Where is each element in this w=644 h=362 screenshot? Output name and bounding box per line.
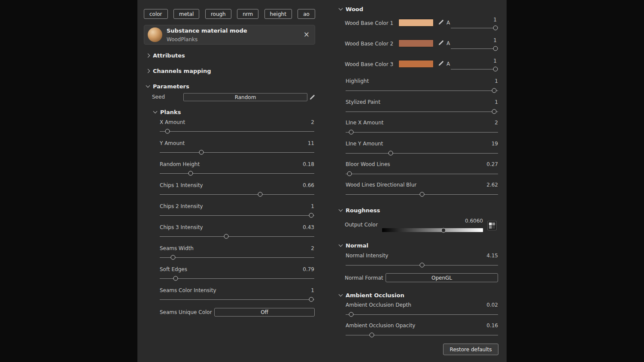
slider-knob[interactable] (370, 333, 374, 338)
slider-track[interactable] (346, 194, 498, 195)
slider-value: 0.02 (486, 302, 498, 308)
slider-knob[interactable] (258, 192, 263, 197)
slider-track[interactable] (160, 278, 314, 279)
slider-knob[interactable] (347, 172, 352, 176)
slider-knob[interactable] (493, 46, 498, 51)
material-card[interactable]: Substance material mode WoodPlanks × (144, 25, 315, 45)
color-picker-icon[interactable] (438, 39, 444, 46)
restore-defaults-button[interactable]: Restore defaults (443, 344, 498, 355)
slider-knob[interactable] (188, 171, 193, 176)
seed-input[interactable] (183, 93, 307, 101)
slider-track[interactable] (160, 299, 314, 300)
slider-track[interactable] (346, 174, 498, 174)
slider-track[interactable] (346, 335, 498, 335)
material-panel: color metal rough nrm height ao Substanc… (137, 0, 507, 362)
chevron-down-icon (153, 109, 158, 114)
color-swatch[interactable] (398, 39, 434, 47)
slider-knob[interactable] (199, 150, 204, 155)
color-label: Wood Base Color 1 (345, 20, 393, 26)
wood-base-color-1-row: Wood Base Color 1 A 1 (345, 17, 497, 38)
section-attributes[interactable]: Attributes (146, 51, 185, 59)
slider-knob[interactable] (493, 67, 498, 72)
slider-knob[interactable] (309, 213, 313, 218)
chevron-down-icon (339, 293, 343, 297)
color-picker-icon[interactable] (438, 60, 444, 66)
channel-button-rough[interactable]: rough (205, 9, 231, 19)
slider-track[interactable] (160, 236, 314, 237)
color-swatch[interactable] (398, 60, 434, 68)
wood-base-color-2-row: Wood Base Color 2 A 1 (345, 38, 497, 58)
slider-line-x-amount: LIne X Amount 2 (346, 120, 498, 139)
slider-knob[interactable] (165, 129, 170, 134)
slider-track[interactable] (346, 153, 498, 154)
section-roughness[interactable]: Roughness (339, 206, 380, 214)
section-normal[interactable]: Normal (339, 241, 368, 249)
slider-knob[interactable] (349, 312, 354, 317)
slider-value: 0.27 (486, 161, 498, 167)
slider-value: 1 (311, 287, 314, 293)
slider-knob[interactable] (493, 26, 498, 30)
left-column: color metal rough nrm height ao Substanc… (144, 0, 316, 362)
slider-track[interactable] (160, 131, 314, 132)
section-parameters[interactable]: Parameters (146, 82, 189, 90)
section-planks[interactable]: Planks (154, 108, 181, 116)
output-color-label: Output Color (345, 222, 378, 228)
normal-format-button[interactable]: OpenGL (386, 273, 498, 282)
slider-knob[interactable] (349, 130, 354, 135)
slider-track[interactable] (346, 90, 498, 91)
slider-knob[interactable] (419, 192, 424, 197)
slider-label: Bloor Wood Lines (346, 161, 390, 167)
slider-track[interactable] (346, 314, 498, 315)
section-ambient-occlusion[interactable]: Ambient Occlusion (339, 291, 404, 299)
seams-unique-color-button[interactable]: Off (214, 308, 315, 317)
chevron-right-icon (146, 69, 150, 73)
seed-label: Seed (152, 94, 165, 100)
slider-highlight: Highlight 1 (346, 78, 498, 97)
slider-knob[interactable] (492, 88, 497, 93)
channel-button-height[interactable]: height (264, 9, 292, 19)
slider-track[interactable] (346, 265, 498, 265)
slider-track[interactable] (160, 215, 314, 216)
slider-knob[interactable] (173, 276, 178, 281)
pencil-icon[interactable] (309, 94, 316, 100)
slider-label: Highlight (346, 78, 369, 84)
alpha-slider-track[interactable] (451, 69, 497, 69)
slider-track[interactable] (160, 152, 314, 153)
channel-button-nrm[interactable]: nrm (237, 9, 258, 19)
slider-bloor-wood-lines: Bloor Wood Lines 0.27 (346, 161, 498, 180)
slider-knob[interactable] (224, 234, 228, 239)
channel-button-color[interactable]: color (144, 9, 168, 19)
slider-value: 0.16 (486, 323, 498, 329)
slider-track[interactable] (346, 132, 498, 133)
section-channels-mapping[interactable]: Channels mapping (146, 67, 211, 75)
slider-label: Wood Lines Directional Blur (346, 182, 416, 188)
channel-button-metal[interactable]: metal (173, 9, 199, 19)
slider-chips-2-intensity: Chips 2 Intensity 1 (160, 203, 314, 222)
channel-button-ao[interactable]: ao (298, 9, 315, 19)
close-icon[interactable]: × (304, 29, 310, 39)
texture-picker-icon[interactable] (487, 221, 497, 230)
slider-seams-width: Seams Width 2 (160, 245, 314, 264)
section-wood[interactable]: Wood (339, 5, 363, 13)
slider-track[interactable] (346, 112, 498, 112)
slider-track[interactable] (160, 173, 314, 174)
slider-knob[interactable] (492, 109, 497, 114)
slider-knob[interactable] (388, 151, 393, 156)
slider-knob[interactable] (441, 228, 446, 232)
slider-value: 1 (495, 78, 498, 84)
slider-knob[interactable] (419, 263, 424, 268)
slider-label: Random Height (160, 161, 200, 167)
slider-label: Normal Intensity (346, 253, 388, 259)
slider-track[interactable] (160, 257, 314, 258)
slider-knob[interactable] (309, 297, 313, 302)
color-picker-icon[interactable] (438, 19, 444, 25)
seams-unique-color-label: Seams Unique Color (160, 309, 212, 315)
color-swatch[interactable] (398, 19, 434, 27)
slider-knob[interactable] (170, 255, 175, 260)
channel-buttons: color metal rough nrm height ao (144, 9, 315, 19)
grayscale-gradient-slider[interactable] (382, 228, 483, 232)
slider-track[interactable] (160, 194, 314, 195)
alpha-label: A (447, 20, 450, 26)
alpha-slider-track[interactable] (451, 48, 497, 49)
alpha-slider-track[interactable] (451, 28, 497, 28)
